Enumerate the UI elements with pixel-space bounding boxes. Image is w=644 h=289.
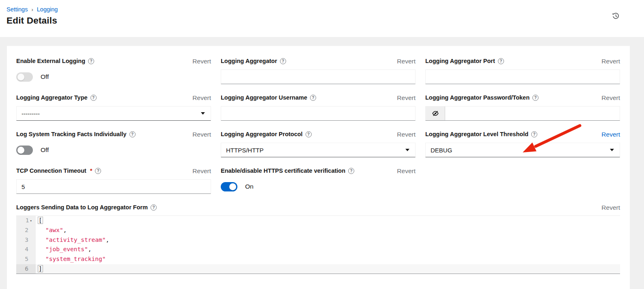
code-line-active: 6 ] — [16, 264, 620, 274]
code-token: [ — [38, 217, 43, 224]
field-logging-aggregator-level-threshold: Logging Aggregator Level Threshold ? Rev… — [425, 131, 620, 157]
select-value: --------- — [22, 110, 40, 117]
code-token: "system_tracking" — [45, 256, 106, 262]
field-loggers-form: Loggers Sending Data to Log Aggregator F… — [16, 204, 620, 274]
revert-button[interactable]: Revert — [192, 167, 211, 174]
code-token: , — [106, 237, 109, 243]
field-tcp-connection-timeout: TCP Connection Timeout * ? Revert — [16, 167, 211, 194]
fold-caret-icon[interactable]: ▾ — [30, 219, 32, 223]
field-enable-external-logging: Enable External Logging ? Revert Off — [16, 58, 211, 84]
field-label: Enable External Logging — [16, 58, 85, 64]
toggle-state-label: Off — [41, 73, 49, 80]
field-label: Log System Tracking Facts Individually — [16, 131, 127, 137]
logging-aggregator-port-input[interactable] — [425, 70, 620, 84]
line-number: 2 — [25, 226, 28, 235]
caret-down-icon — [201, 112, 205, 115]
help-icon[interactable]: ? — [151, 204, 157, 211]
code-line: 3 "activity_stream", — [16, 235, 620, 245]
field-label: TCP Connection Timeout — [16, 167, 86, 174]
eye-slash-icon[interactable] — [426, 106, 445, 120]
line-number: 4 — [25, 245, 28, 254]
field-label: Logging Aggregator Port — [425, 58, 495, 64]
revert-button[interactable]: Revert — [601, 94, 620, 101]
select-value: HTTPS/HTTP — [226, 147, 264, 154]
revert-button[interactable]: Revert — [397, 131, 416, 138]
help-icon[interactable]: ? — [129, 131, 136, 137]
revert-button[interactable]: Revert — [397, 167, 416, 174]
help-icon[interactable]: ? — [532, 95, 538, 101]
log-system-tracking-toggle[interactable] — [16, 146, 33, 155]
line-number: 1 — [26, 216, 29, 226]
page-header: Settings › Logging Edit Details — [0, 0, 644, 37]
caret-down-icon — [610, 149, 614, 151]
help-icon[interactable]: ? — [310, 95, 316, 101]
field-label: Logging Aggregator Protocol — [221, 131, 303, 137]
help-icon[interactable]: ? — [88, 58, 94, 64]
field-logging-aggregator-username: Logging Aggregator Username ? Revert — [221, 94, 416, 121]
revert-button[interactable]: Revert — [397, 94, 416, 101]
required-asterisk: * — [90, 167, 93, 174]
empty-cell — [425, 167, 620, 194]
logging-aggregator-input[interactable] — [221, 70, 416, 84]
field-label: Logging Aggregator Password/Token — [425, 94, 530, 101]
help-icon[interactable]: ? — [498, 58, 504, 64]
breadcrumb-settings[interactable]: Settings — [6, 6, 28, 13]
revert-button[interactable]: Revert — [192, 58, 211, 65]
page-title: Edit Details — [6, 15, 634, 26]
field-label: Logging Aggregator Username — [221, 94, 307, 101]
code-line: 2 "awx", — [16, 226, 620, 235]
line-number: 6 — [25, 264, 28, 274]
help-icon[interactable]: ? — [95, 168, 101, 174]
code-token: ] — [38, 265, 43, 272]
field-logging-aggregator-port: Logging Aggregator Port ? Revert — [425, 58, 620, 84]
field-logging-aggregator-type: Logging Aggregator Type ? Revert -------… — [16, 94, 211, 121]
revert-button[interactable]: Revert — [192, 131, 211, 138]
settings-form-card: Enable External Logging ? Revert Off Log… — [7, 46, 630, 289]
code-token: "activity_stream" — [45, 237, 106, 243]
code-line: 1 ▾ [ — [16, 216, 620, 226]
logging-aggregator-password-input[interactable] — [445, 106, 620, 120]
tcp-connection-timeout-input[interactable] — [16, 179, 211, 194]
code-line: 5 "system_tracking" — [16, 254, 620, 264]
field-label: Logging Aggregator Level Threshold — [425, 131, 528, 137]
toggle-state-label: On — [245, 183, 254, 190]
code-token: "job_events" — [45, 246, 88, 252]
breadcrumb: Settings › Logging — [6, 6, 634, 13]
revert-button[interactable]: Revert — [601, 204, 620, 211]
field-logging-aggregator: Logging Aggregator ? Revert — [221, 58, 416, 84]
enable-external-logging-toggle[interactable] — [16, 72, 33, 82]
logging-aggregator-username-input[interactable] — [221, 106, 416, 121]
code-line: 4 "job_events", — [16, 245, 620, 254]
breadcrumb-logging[interactable]: Logging — [37, 6, 58, 13]
revert-button[interactable]: Revert — [397, 58, 416, 65]
logging-aggregator-type-select[interactable]: --------- — [16, 106, 211, 121]
code-token: , — [88, 246, 92, 252]
field-https-cert-verification: Enable/disable HTTPS certificate verific… — [221, 167, 416, 194]
revert-button[interactable]: Revert — [601, 58, 620, 65]
logging-aggregator-protocol-select[interactable]: HTTPS/HTTP — [221, 143, 416, 157]
field-label: Logging Aggregator — [221, 58, 277, 64]
help-icon[interactable]: ? — [90, 95, 97, 101]
select-value: DEBUG — [431, 147, 452, 154]
help-icon[interactable]: ? — [348, 168, 354, 174]
field-label: Enable/disable HTTPS certificate verific… — [221, 167, 345, 174]
page-body: Enable External Logging ? Revert Off Log… — [0, 46, 644, 289]
help-icon[interactable]: ? — [306, 131, 312, 137]
code-token: , — [63, 227, 67, 233]
https-cert-verification-toggle[interactable] — [221, 182, 237, 191]
field-logging-aggregator-protocol: Logging Aggregator Protocol ? Revert HTT… — [221, 131, 416, 157]
breadcrumb-separator-icon: › — [31, 7, 33, 13]
revert-button[interactable]: Revert — [192, 94, 211, 101]
history-icon[interactable] — [611, 11, 620, 22]
field-label: Loggers Sending Data to Log Aggregator F… — [16, 204, 148, 211]
caret-down-icon — [405, 149, 409, 151]
field-label: Logging Aggregator Type — [16, 94, 88, 101]
logging-aggregator-level-threshold-select[interactable]: DEBUG — [425, 143, 620, 157]
help-icon[interactable]: ? — [531, 131, 537, 137]
loggers-code-editor[interactable]: 1 ▾ [ 2 "awx", 3 "activity_stream", — [16, 215, 620, 274]
help-icon[interactable]: ? — [280, 58, 286, 64]
toggle-state-label: Off — [41, 146, 49, 154]
line-number: 5 — [25, 254, 28, 264]
field-log-system-tracking: Log System Tracking Facts Individually ?… — [16, 131, 211, 157]
revert-button-active[interactable]: Revert — [601, 131, 620, 138]
